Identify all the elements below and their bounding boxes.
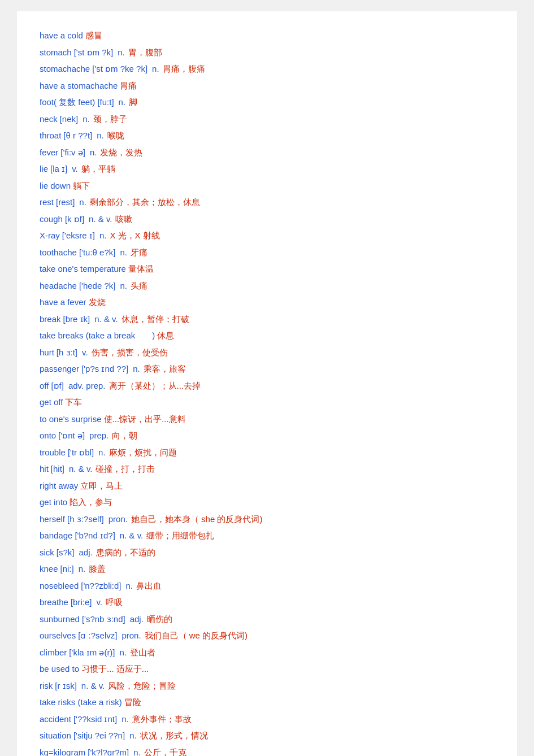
vocab-entry: foot( 复数 feet)[fu:t]n.脚: [40, 95, 494, 110]
vocab-entry: trouble['tr ɒbl]n.麻烦，烦扰，问题: [40, 445, 494, 460]
vocab-en: take risks (take a risk): [40, 695, 122, 710]
vocab-en: off: [40, 379, 49, 393]
vocab-pos: n.: [99, 228, 107, 243]
vocab-en: climber: [40, 645, 67, 660]
vocab-pos: v.: [82, 345, 88, 360]
vocab-zh: 躺下: [73, 179, 90, 193]
vocab-zh: 立即，马上: [80, 479, 123, 493]
vocab-zh: 咳嗽: [115, 212, 132, 227]
vocab-zh: 牙痛: [131, 245, 147, 260]
vocab-entry: cough[k ɒf]n. & v.咳嗽: [40, 212, 494, 227]
vocab-pos: n.: [79, 195, 86, 210]
vocab-phonetic: ['sitju ?ei ??n]: [73, 728, 125, 743]
vocab-entry: fever['fi:v ə]n.发烧，发热: [40, 145, 494, 160]
vocab-zh: 发烧: [89, 295, 106, 310]
vocab-pos: adj.: [130, 612, 144, 627]
vocab-phonetic: ['tr ɒbl]: [68, 445, 94, 460]
vocab-en: accident: [40, 712, 71, 727]
vocab-phonetic: ['tu:θ e?k]: [79, 245, 116, 260]
vocab-entry: to one's surprise使...惊讶，出乎...意料: [40, 412, 494, 427]
vocab-pos: prep.: [89, 428, 108, 443]
vocab-entry: sick[s?k]adj.患病的，不适的: [40, 545, 494, 560]
vocab-pos: n. & v.: [81, 679, 105, 693]
vocab-en: have a fever: [40, 295, 86, 310]
vocab-pos: pron.: [121, 628, 141, 643]
vocab-entry: get off下车: [40, 395, 494, 410]
vocab-phonetic: ['eksre ɪ]: [62, 228, 95, 243]
vocab-entry: stomach['st ɒm ?k]n.胃，腹部: [40, 45, 494, 60]
vocab-phonetic: ['kla ɪm ə(r)]: [69, 645, 115, 660]
vocab-pos: n. & v.: [69, 462, 92, 476]
vocab-en: foot( 复数 feet): [40, 95, 95, 110]
vocab-en: have a cold: [40, 28, 83, 43]
vocab-en: passenger: [40, 362, 79, 376]
vocab-entry: rest[rest]n.剩余部分，其余；放松，休息: [40, 195, 494, 210]
vocab-en: herself: [40, 512, 65, 527]
vocab-zh: 胃痛，腹痛: [163, 62, 205, 76]
vocab-zh: 风险，危险；冒险: [108, 679, 176, 693]
vocab-pos: n.: [129, 728, 137, 743]
vocab-phonetic: [rest]: [56, 195, 75, 210]
vocab-entry: lie down躺下: [40, 179, 494, 193]
vocab-en: toothache: [40, 245, 77, 260]
vocab-zh: 习惯于... 适应于...: [81, 662, 149, 676]
vocab-phonetic: ['st ɒm ?k]: [74, 45, 114, 60]
vocab-entry: passenger['p?s ɪnd ??]n.乘客，旅客: [40, 362, 494, 376]
vocab-phonetic: [k ɒf]: [65, 212, 84, 227]
vocab-entry: sunburned['s?nb ɜ:nd]adj.晒伤的: [40, 612, 494, 627]
vocab-en: ourselves: [40, 628, 76, 643]
vocab-phonetic: ['st ɒm ?ke ?k]: [92, 62, 147, 76]
vocab-zh: 向，朝: [112, 428, 137, 443]
vocab-zh: 伤害，损害，使受伤: [92, 345, 168, 360]
vocab-zh: 意外事件；事故: [132, 712, 192, 727]
vocab-en: throat: [40, 128, 61, 143]
vocab-zh: 休息: [157, 328, 174, 343]
vocab-zh: 我们自己（ we 的反身代词): [145, 628, 248, 643]
vocab-entry: risk[r ɪsk]n. & v.风险，危险；冒险: [40, 679, 494, 693]
vocab-en: have a stomachache: [40, 79, 118, 93]
vocab-entry: stomachache['st ɒm ?ke ?k]n.胃痛，腹痛: [40, 62, 494, 76]
vocab-pos: n.: [90, 145, 97, 160]
vocab-phonetic: [h ɜ:?self]: [67, 512, 104, 527]
vocab-zh: 登山者: [130, 645, 155, 660]
vocab-en: to one's surprise: [40, 412, 102, 427]
vocab-phonetic: [fu:t]: [97, 95, 114, 110]
vocab-zh: X 光，X 射线: [110, 228, 159, 243]
vocab-zh: 公斤，千克: [144, 745, 186, 757]
vocab-entry: kg=kilogram['k?l?gr?m]n.公斤，千克: [40, 745, 494, 757]
vocab-entry: ourselves[ɑ :?selvz]pron.我们自己（ we 的反身代词): [40, 628, 494, 643]
vocab-en: kg=kilogram: [40, 745, 85, 757]
vocab-zh: 状况，形式，情况: [140, 728, 208, 743]
vocab-pos: n.: [120, 245, 127, 260]
vocab-zh: 麻烦，烦扰，问题: [109, 445, 177, 460]
vocab-zh: 颈，脖子: [93, 112, 127, 127]
vocab-zh: 胃痛: [120, 79, 137, 93]
vocab-pos: n. & v.: [120, 528, 143, 543]
vocab-en: bandage: [40, 528, 72, 543]
vocab-zh: 下车: [65, 395, 82, 410]
vocab-phonetic: ['??ksid ɪnt]: [73, 712, 117, 727]
vocab-entry: take risks (take a risk)冒险: [40, 695, 494, 710]
vocab-phonetic: [bri:e]: [71, 595, 92, 610]
vocab-en: knee: [40, 562, 58, 576]
vocab-en: rest: [40, 195, 54, 210]
vocab-phonetic: [ɒf]: [51, 379, 64, 393]
vocab-pos: n. & v.: [94, 312, 118, 327]
vocab-entry: take breaks (take a break )休息: [40, 328, 494, 343]
vocab-en: X-ray: [40, 228, 60, 243]
vocab-pos: pron.: [108, 512, 128, 527]
vocab-zh: 冒险: [124, 695, 141, 710]
vocab-zh: 休息，暂停；打破: [121, 312, 189, 327]
vocab-entry: break[bre ɪk]n. & v.休息，暂停；打破: [40, 312, 494, 327]
vocabulary-list: have a cold感冒stomach['st ɒm ?k]n.胃，腹部sto…: [40, 28, 494, 756]
vocab-en: lie down: [40, 179, 71, 193]
vocab-pos: n.: [83, 112, 90, 127]
vocab-entry: headache['hede ?k]n.头痛: [40, 279, 494, 293]
vocab-pos: n.: [120, 645, 127, 660]
vocab-phonetic: [s?k]: [57, 545, 75, 560]
vocab-zh: 使...惊讶，出乎...意料: [104, 412, 186, 427]
vocabulary-page: have a cold感冒stomach['st ɒm ?k]n.胃，腹部sto…: [17, 11, 517, 756]
vocab-zh: 头痛: [131, 279, 147, 293]
vocab-pos: n. & v.: [89, 212, 112, 227]
vocab-entry: lie[la ɪ]v.躺，平躺: [40, 162, 494, 176]
